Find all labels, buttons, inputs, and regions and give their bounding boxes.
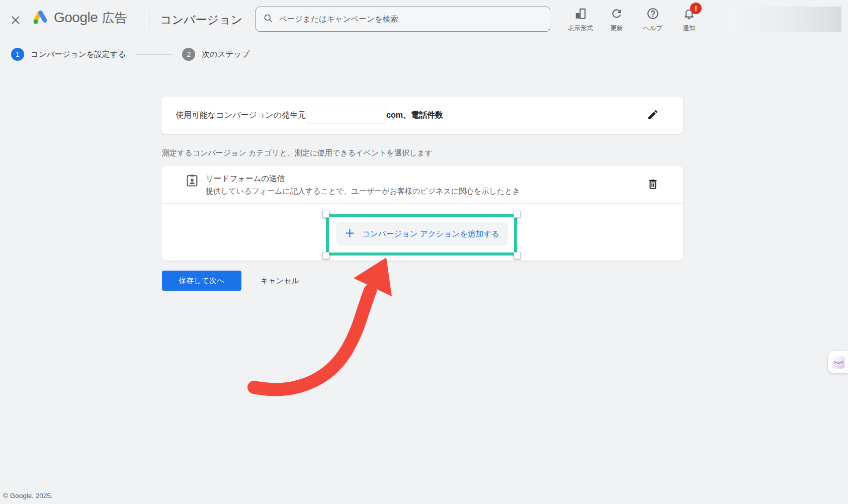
lead-form-texts: リードフォームの送信 提供しているフォームに記入することで、ユーザーがお客様のビ…: [206, 174, 520, 196]
side-panel-tab[interactable]: ＞ᴗ＜: [828, 351, 848, 373]
step-2-label: 次のステップ: [202, 49, 249, 60]
add-conversion-action-button[interactable]: コンバージョン アクションを追加する: [336, 222, 508, 246]
add-action-row: コンバージョン アクションを追加する: [161, 204, 683, 261]
lead-form-row: リードフォームの送信 提供しているフォームに記入することで、ユーザーがお客様のビ…: [161, 166, 683, 203]
save-and-next-button[interactable]: 保存して次へ: [162, 271, 241, 291]
selection-handle-bottom-right[interactable]: [514, 252, 521, 259]
step-2-circle: 2: [182, 48, 195, 61]
conversion-source-text: 使用可能なコンバージョンの発生元 com、電話件数: [176, 107, 443, 124]
google-ads-logo-icon: [31, 9, 49, 27]
help-icon: [646, 7, 659, 22]
google-ads-logo: Google 広告: [31, 9, 127, 27]
appearance-icon: [574, 7, 587, 22]
appearance-label: 表示形式: [568, 24, 593, 33]
edit-source-button[interactable]: [643, 105, 663, 125]
cancel-button[interactable]: キャンセル: [261, 276, 299, 286]
selection-handle-bottom-left[interactable]: [322, 252, 329, 259]
close-button[interactable]: [7, 12, 24, 29]
help-label: ヘルプ: [643, 24, 662, 33]
header-divider: [149, 9, 149, 31]
step-connector: [135, 54, 173, 55]
help-button[interactable]: ヘルプ: [635, 5, 671, 35]
notifications-label: 通知: [683, 24, 696, 33]
trash-icon: [647, 178, 659, 192]
conversion-actions-card: リードフォームの送信 提供しているフォームに記入することで、ユーザーがお客様のビ…: [161, 166, 683, 261]
notifications-button[interactable]: ! 通知: [671, 5, 707, 35]
search-icon: [263, 13, 273, 25]
product-name: 広告: [102, 10, 127, 26]
delete-lead-form-button[interactable]: [643, 175, 663, 195]
selection-handle-top-left[interactable]: [322, 211, 329, 218]
notifications-icon: !: [683, 7, 696, 22]
add-action-label: コンバージョン アクションを追加する: [362, 229, 499, 239]
edit-pencil-icon: [647, 109, 659, 122]
search-box[interactable]: [256, 7, 550, 32]
lead-form-description: 提供しているフォームに記入することで、ユーザーがお客様のビジネスに関心を示したと…: [206, 187, 520, 196]
plus-icon: [345, 228, 355, 240]
form-actions: 保存して次へ キャンセル: [162, 271, 299, 291]
close-icon: [10, 15, 21, 27]
conversion-source-card: 使用可能なコンバージョンの発生元 com、電話件数: [161, 97, 683, 134]
notification-badge: !: [690, 3, 702, 14]
refresh-label: 更新: [611, 24, 623, 33]
assistant-face-icon: ＞ᴗ＜: [831, 356, 845, 369]
search-input[interactable]: [279, 15, 543, 24]
step-1-label: コンバージョンを設定する: [31, 49, 126, 60]
brand-name: Google: [54, 10, 98, 26]
lead-form-title: リードフォームの送信: [206, 174, 520, 184]
source-suffix: com、電話件数: [386, 110, 443, 121]
helper-text: 測定するコンバージョン カテゴリと、測定に使用できるイベントを選択します: [162, 148, 433, 158]
source-prefix: 使用可能なコンバージョンの発生元: [176, 110, 306, 121]
header-actions: 表示形式 更新 ヘルプ ! 通知: [562, 5, 707, 35]
appearance-button[interactable]: 表示形式: [562, 5, 599, 35]
google-ads-conversion-page: Google 広告 コンバージョン 表示形式 更新: [0, 0, 848, 504]
page-title: コンバージョン: [160, 12, 242, 28]
copyright-text: © Google, 2025.: [3, 492, 53, 499]
header-divider-2: [721, 9, 721, 32]
lead-form-icon: [185, 174, 199, 190]
step-1-circle: 1: [11, 48, 24, 61]
account-info-redacted: [731, 7, 841, 32]
selection-handle-top-right[interactable]: [514, 211, 521, 218]
redacted-domain: [306, 107, 386, 124]
top-bar: Google 広告 コンバージョン 表示形式 更新: [0, 0, 848, 40]
stepper: 1 コンバージョンを設定する 2 次のステップ: [0, 40, 249, 68]
refresh-icon: [610, 7, 623, 22]
refresh-button[interactable]: 更新: [599, 5, 635, 35]
